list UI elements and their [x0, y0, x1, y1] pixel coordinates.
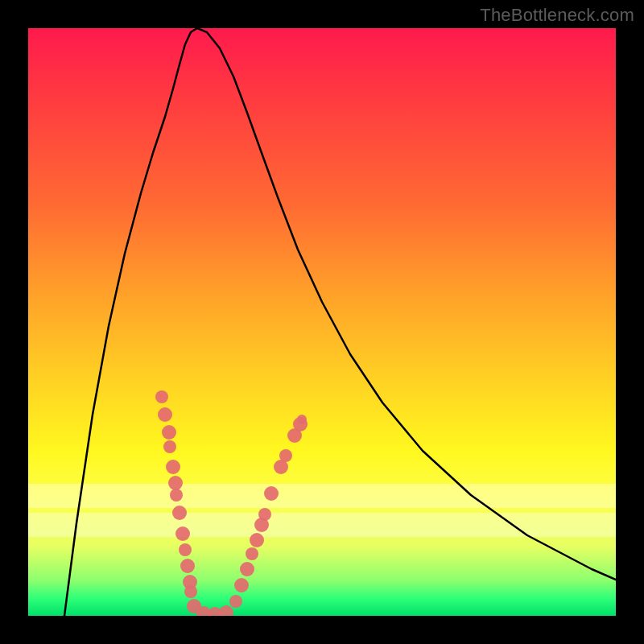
marker-dot — [246, 547, 258, 560]
chart-plot-area — [28, 28, 616, 616]
marker-dot — [229, 595, 242, 608]
marker-dot — [240, 562, 254, 576]
marker-dot — [219, 605, 233, 616]
marker-dot — [175, 526, 190, 541]
marker-dot — [184, 585, 197, 598]
marker-dot — [166, 460, 180, 474]
marker-dot — [279, 449, 292, 462]
marker-dot — [264, 486, 279, 501]
curve-line — [64, 28, 616, 616]
marker-dot — [179, 543, 192, 556]
marker-dot — [250, 533, 264, 547]
marker-dot — [297, 415, 307, 424]
marker-dot — [162, 425, 176, 440]
watermark-text: TheBottleneck.com — [480, 5, 634, 26]
chart-frame: TheBottleneck.com — [0, 0, 644, 644]
marker-dot — [234, 578, 249, 592]
marker-dot — [172, 506, 187, 520]
marker-group — [155, 390, 308, 616]
marker-dot — [258, 508, 271, 521]
marker-dot — [180, 559, 195, 573]
marker-dot — [158, 407, 172, 422]
marker-dot — [155, 390, 168, 403]
marker-dot — [168, 476, 183, 490]
marker-dot — [163, 440, 176, 453]
marker-dot — [170, 489, 183, 502]
chart-svg — [28, 28, 616, 616]
